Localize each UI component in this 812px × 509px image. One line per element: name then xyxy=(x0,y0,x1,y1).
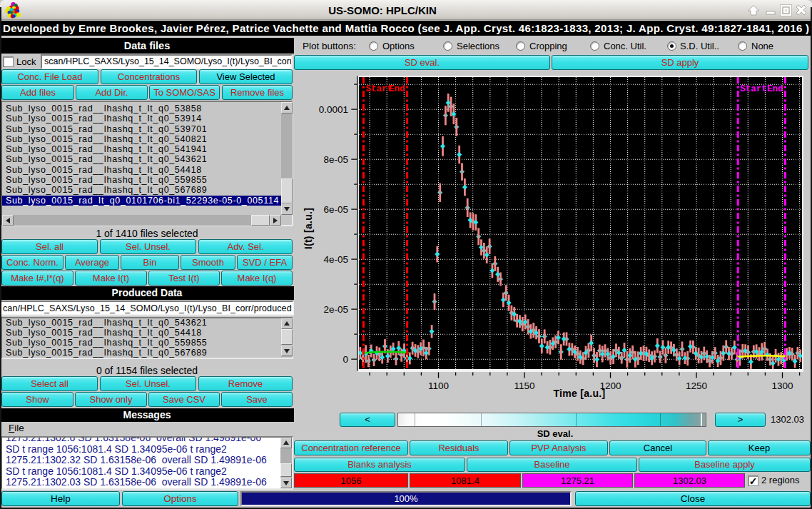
svg-text:End: End xyxy=(767,84,783,94)
svg-text:I(t) [a.u.]: I(t) [a.u.] xyxy=(303,208,314,250)
svg-text:6e-05: 6e-05 xyxy=(323,204,348,215)
svg-text:1100: 1100 xyxy=(428,381,449,391)
svg-text:Start: Start xyxy=(740,84,767,94)
svg-text:0: 0 xyxy=(342,354,348,365)
svg-text:End: End xyxy=(389,84,405,94)
svg-text:8e-05: 8e-05 xyxy=(323,154,348,165)
svg-text:1300: 1300 xyxy=(771,381,793,391)
svg-text:1250: 1250 xyxy=(686,381,707,391)
svg-text:0.0001: 0.0001 xyxy=(319,104,348,115)
svg-text:4e-05: 4e-05 xyxy=(323,254,348,265)
svg-text:1150: 1150 xyxy=(514,381,534,391)
svg-text:2e-05: 2e-05 xyxy=(323,304,348,315)
svg-text:Time [a.u.]: Time [a.u.] xyxy=(553,388,605,399)
